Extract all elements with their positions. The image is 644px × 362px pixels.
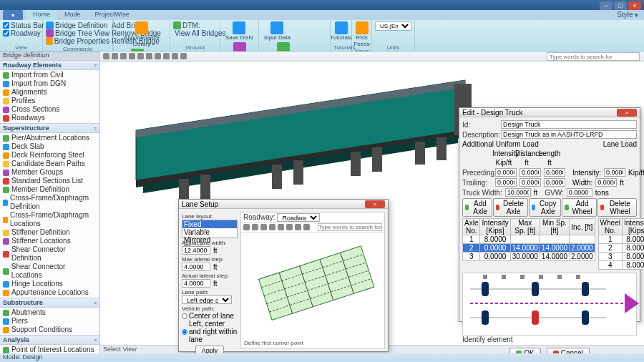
lane-tool-icon[interactable]	[243, 224, 250, 230]
bridge-definition-button[interactable]: Bridge Definition	[46, 21, 109, 29]
tab-mode[interactable]: Mode	[57, 10, 88, 20]
lane-path-select[interactable]: Left edge of deck	[182, 295, 232, 304]
tab-projectwise[interactable]: ProjectWise	[88, 10, 137, 20]
tutorials-button[interactable]: Tutorials	[333, 21, 348, 41]
status-bar-check[interactable]: Status Bar	[3, 21, 39, 29]
tree-item[interactable]: Import from Civil	[0, 71, 99, 79]
tree-item[interactable]: Stiffener Definition	[0, 228, 99, 237]
tree-item[interactable]: Point of Interest Locations	[0, 346, 99, 353]
vp-tool-icon[interactable]	[137, 53, 144, 59]
desc-input[interactable]	[501, 130, 637, 139]
preceding-distance-input[interactable]	[519, 168, 541, 177]
preceding-intensity-input[interactable]	[495, 168, 517, 177]
viewport-search-input[interactable]	[547, 52, 640, 61]
actual-lateral-input[interactable]	[182, 279, 210, 288]
vp-tool-icon[interactable]	[146, 53, 152, 59]
window-close-button[interactable]: ×	[628, 1, 641, 10]
lane-tool-icon[interactable]	[278, 224, 284, 230]
lane-close-button[interactable]: ×	[365, 200, 385, 208]
tree-item[interactable]: Member Groups	[0, 168, 99, 177]
tree-item[interactable]: Roadways	[0, 114, 99, 122]
tree-item[interactable]: Cross-Frame/Diaphragm Definition	[0, 194, 99, 211]
save-dgn-button[interactable]: Save DGN	[223, 21, 255, 41]
lcr-within-lane-radio[interactable]: Left, center and right within lane	[182, 320, 238, 343]
input-data-button[interactable]: Input Data	[262, 21, 293, 41]
appurtenance-library-button[interactable]: Appurtenance Library	[117, 21, 167, 47]
tab-home[interactable]: Home	[26, 10, 57, 20]
tree-item[interactable]: Deck Reinforcing Steel	[0, 151, 99, 160]
tree-item[interactable]: Profiles	[0, 97, 99, 105]
tree-item[interactable]: Pier/Abutment Locations	[0, 134, 99, 142]
panel-analysis[interactable]: Analysis	[0, 335, 99, 345]
axle-table[interactable]: Axle No.Intensity [Kips]Max Sp. [ft]Min …	[462, 218, 595, 261]
copy-axle-button[interactable]: Copy Axle	[529, 198, 561, 217]
ll-intensity-input[interactable]	[604, 168, 625, 177]
lane-tool-icon[interactable]	[295, 224, 301, 230]
axle-diagram[interactable]	[462, 273, 637, 336]
lane-tool-icon[interactable]	[303, 224, 310, 230]
edit-close-button[interactable]: ×	[617, 109, 637, 117]
vp-tool-icon[interactable]	[120, 53, 127, 59]
roadway-select[interactable]: Roadway 01	[277, 213, 320, 222]
roadway-check[interactable]: Roadway	[3, 29, 39, 37]
wheel-table[interactable]: Wheel No.Intensity [Kips]Position [ft]18…	[598, 218, 644, 270]
window-max-button[interactable]: □	[614, 1, 627, 10]
rss-feeds-button[interactable]: RSS Feeds	[355, 21, 369, 47]
panel-superstructure[interactable]: Superstructure	[0, 123, 99, 133]
file-menu-button[interactable]: ▾	[3, 10, 23, 20]
tree-item[interactable]: Shear Connector Definition	[0, 245, 99, 263]
tree-item[interactable]: Cross-Frame/Diaphragm Locations	[0, 211, 99, 228]
tree-item[interactable]: Candidate Beam Paths	[0, 160, 99, 168]
preceding-length-input[interactable]	[544, 168, 565, 177]
vp-tool-icon[interactable]	[163, 53, 170, 59]
panel-substructure[interactable]: Substructure	[0, 298, 99, 308]
dtm-dropdown[interactable]: DTM:	[173, 21, 217, 29]
vp-tool-icon[interactable]	[172, 53, 178, 59]
tree-item[interactable]: Support Conditions	[0, 326, 99, 334]
max-lateral-input[interactable]	[182, 263, 210, 271]
bridge-tree-view-button[interactable]: Bridge Tree View	[46, 29, 109, 37]
lane-layout-list[interactable]: FixedVariableMirroredFloating	[182, 220, 238, 238]
trailing-length-input[interactable]	[544, 178, 565, 187]
delete-wheel-button[interactable]: Delete Wheel	[597, 198, 638, 217]
tree-item[interactable]: Standard Sections List	[0, 177, 99, 185]
lane-tool-icon[interactable]	[252, 224, 258, 230]
delete-axle-button[interactable]: Delete Axle	[493, 198, 528, 217]
tree-item[interactable]: Cross Sections	[0, 105, 99, 114]
view-all-bridges-button[interactable]: View All Bridges	[173, 29, 217, 37]
lane-tool-icon[interactable]	[286, 224, 293, 230]
vp-tool-icon[interactable]	[129, 53, 135, 59]
tree-item[interactable]: Appurtenance Locations	[0, 288, 99, 297]
gvw-input[interactable]	[567, 188, 592, 197]
tree-item[interactable]: Member Definition	[0, 185, 99, 194]
trailing-distance-input[interactable]	[519, 178, 541, 187]
tree-item[interactable]: Shear Connector Locations	[0, 263, 99, 280]
bridge-3d-view[interactable]	[107, 66, 479, 209]
actual-lane-width-input[interactable]	[182, 246, 210, 255]
vp-tool-icon[interactable]	[103, 53, 109, 59]
add-wheel-button[interactable]: Add Wheel	[562, 198, 596, 217]
window-min-button[interactable]: –	[600, 1, 613, 10]
tree-item[interactable]: Stiffener Locations	[0, 237, 99, 245]
style-dropdown[interactable]: Style ▾	[617, 11, 638, 19]
vp-tool-icon[interactable]	[112, 53, 118, 59]
tree-item[interactable]: Hinge Locations	[0, 280, 99, 288]
add-axle-button[interactable]: Add Axle	[462, 198, 492, 217]
units-select[interactable]: US (English)	[375, 21, 411, 31]
tree-item[interactable]: Import from DGN	[0, 79, 99, 88]
id-input[interactable]	[501, 120, 637, 129]
lane-tool-icon[interactable]	[260, 224, 267, 230]
truck-width-input[interactable]	[505, 188, 531, 197]
panel-roadway-elements[interactable]: Roadway Elements	[0, 60, 99, 70]
vp-tool-icon[interactable]	[180, 53, 187, 59]
tree-item[interactable]: Alignments	[0, 88, 99, 97]
lane-search-input[interactable]	[318, 223, 382, 231]
lane-plan-view[interactable]	[243, 234, 386, 341]
lane-tool-icon[interactable]	[269, 224, 275, 230]
ll-width-input[interactable]	[595, 178, 617, 187]
center-of-lane-radio[interactable]: Center of lane	[182, 312, 238, 320]
trailing-intensity-input[interactable]	[495, 178, 517, 187]
vp-tool-icon[interactable]	[155, 53, 161, 59]
tree-item[interactable]: Deck Slab	[0, 142, 99, 151]
bridge-properties-button[interactable]: Bridge Properties	[46, 37, 109, 45]
